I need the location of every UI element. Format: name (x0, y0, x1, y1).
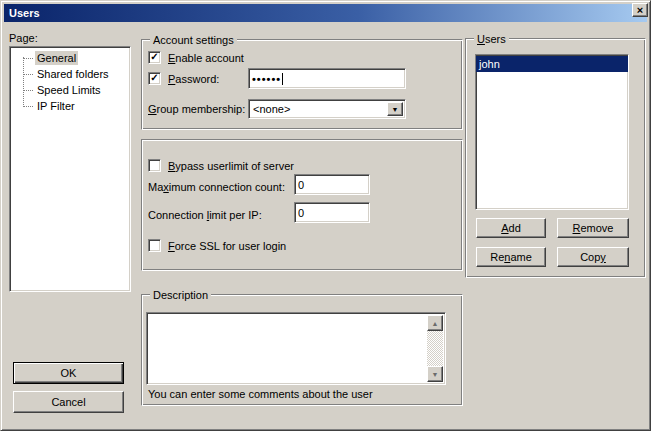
maximum-connection-count-value: 0 (298, 179, 304, 191)
password-checkbox[interactable]: ✓ (148, 72, 161, 85)
title-bar[interactable]: Users (4, 4, 647, 22)
page-tree[interactable]: General Shared folders Speed Limits IP F… (9, 46, 131, 292)
group-membership-selected-value: <none> (253, 103, 290, 115)
description-textarea[interactable]: ▲ ▼ (146, 312, 446, 385)
user-name: john (479, 58, 500, 70)
users-group: Users john Add Remove Rename Copy (465, 38, 646, 278)
tree-branch-line (23, 74, 33, 75)
password-masked-value: •••••• (252, 73, 281, 85)
account-settings-group: Account settings ✓ Enable account ✓ Pass… (141, 39, 463, 130)
enable-account-checkbox[interactable]: ✓ (148, 51, 161, 64)
rename-button[interactable]: Rename (476, 247, 546, 267)
text-caret (282, 73, 283, 85)
tree-branch-line (23, 90, 33, 91)
account-settings-group-title: Account settings (150, 34, 237, 46)
connection-limits-group: Bypass userlimit of server Maximum conne… (141, 139, 463, 271)
password-input[interactable]: •••••• (248, 68, 406, 89)
cancel-button[interactable]: Cancel (13, 391, 124, 413)
add-button[interactable]: Add (476, 218, 546, 238)
tree-item-speed-limits[interactable]: Speed Limits (10, 82, 130, 98)
connection-limit-per-ip-label: Connection limit per IP: (148, 209, 262, 222)
remove-button[interactable]: Remove (557, 218, 629, 238)
users-dialog: Users × Page: General Shared folders Spe… (0, 0, 651, 431)
checkmark-icon: ✓ (150, 72, 158, 83)
force-ssl-checkbox[interactable] (148, 239, 161, 252)
description-group: Description ▲ ▼ You can enter some comme… (141, 294, 463, 406)
close-button[interactable]: × (632, 3, 648, 17)
maximum-connection-count-input[interactable]: 0 (294, 174, 370, 195)
scroll-down-button[interactable]: ▼ (427, 366, 443, 382)
password-label: Password: (168, 73, 219, 86)
scroll-up-icon: ▲ (432, 320, 439, 327)
copy-button[interactable]: Copy (557, 247, 629, 267)
scroll-down-icon: ▼ (432, 371, 439, 378)
tree-item-label: Shared folders (35, 67, 111, 81)
window-title: Users (4, 7, 40, 19)
connection-limit-per-ip-input[interactable]: 0 (294, 202, 370, 223)
users-listbox[interactable]: john (475, 54, 629, 210)
force-ssl-label: Force SSL for user login (168, 240, 286, 253)
description-scrollbar[interactable]: ▲ ▼ (427, 315, 443, 382)
group-membership-dropdown[interactable]: <none> ▼ (248, 99, 406, 119)
user-list-item[interactable]: john (476, 56, 628, 72)
close-icon: × (637, 5, 643, 15)
tree-branch-line (23, 106, 33, 107)
page-label: Page: (9, 32, 38, 45)
description-group-title: Description (150, 289, 211, 301)
checkmark-icon: ✓ (150, 51, 158, 62)
ok-button[interactable]: OK (13, 362, 124, 384)
enable-account-label: Enable account (168, 52, 244, 65)
users-group-title: Users (474, 33, 509, 45)
dropdown-button[interactable]: ▼ (387, 102, 403, 116)
bypass-userlimit-label: Bypass userlimit of server (168, 160, 294, 173)
scroll-up-button[interactable]: ▲ (427, 315, 443, 331)
bypass-userlimit-checkbox[interactable] (148, 159, 161, 172)
group-membership-label: Group membership: (148, 103, 245, 116)
tree-item-ip-filter[interactable]: IP Filter (10, 98, 130, 114)
tree-item-general[interactable]: General (10, 50, 130, 66)
chevron-down-icon: ▼ (392, 106, 399, 113)
description-hint: You can enter some comments about the us… (148, 388, 373, 400)
tree-item-label: Speed Limits (35, 83, 103, 97)
tree-item-label: IP Filter (35, 99, 77, 113)
tree-item-shared-folders[interactable]: Shared folders (10, 66, 130, 82)
tree-item-label: General (35, 51, 78, 65)
tree-branch-line (23, 58, 33, 59)
connection-limit-per-ip-value: 0 (298, 207, 304, 219)
maximum-connection-count-label: Maximum connection count: (148, 181, 285, 194)
